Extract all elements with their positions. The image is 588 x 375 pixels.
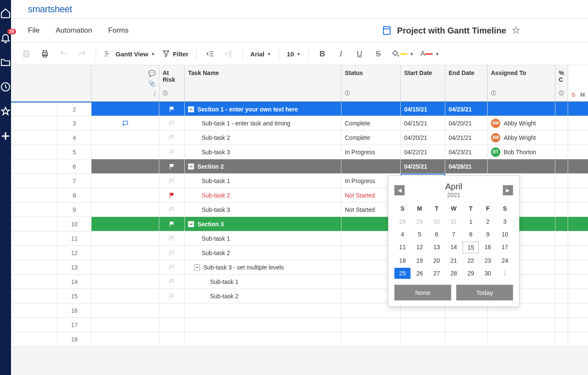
at-risk-cell[interactable] bbox=[159, 217, 185, 231]
row-number[interactable]: 15 bbox=[58, 289, 92, 303]
end-date-cell[interactable]: 04/20/21 bbox=[445, 116, 488, 131]
gantt-cell[interactable] bbox=[568, 203, 588, 217]
dp-day[interactable]: 25 bbox=[394, 268, 410, 279]
task-name-cell[interactable]: −Section 2 bbox=[185, 159, 341, 174]
assigned-cell[interactable] bbox=[488, 102, 555, 116]
menu-forms[interactable]: Forms bbox=[108, 26, 128, 35]
flag-icon[interactable] bbox=[169, 163, 175, 170]
dp-day[interactable]: 28 bbox=[394, 216, 410, 227]
dp-day[interactable]: 7 bbox=[446, 229, 462, 240]
at-risk-cell[interactable] bbox=[159, 332, 185, 347]
gantt-cell[interactable] bbox=[568, 116, 588, 131]
assigned-cell[interactable]: AWAbby Wright bbox=[488, 116, 555, 131]
at-risk-cell[interactable] bbox=[159, 275, 185, 289]
flag-icon[interactable] bbox=[169, 264, 175, 271]
status-cell[interactable]: Complete bbox=[341, 116, 401, 131]
col-end-date[interactable]: End Date bbox=[445, 65, 488, 102]
dp-day[interactable]: 27 bbox=[429, 268, 445, 279]
gantt-cell[interactable] bbox=[568, 131, 588, 145]
end-date-cell[interactable]: 04/28/21 bbox=[445, 159, 488, 174]
task-name-cell[interactable]: Sub-task 1 bbox=[185, 275, 341, 289]
dp-day[interactable]: 12 bbox=[411, 242, 427, 253]
flag-icon[interactable] bbox=[169, 278, 175, 285]
col-status[interactable]: Statusⓘ bbox=[341, 65, 401, 102]
dp-day[interactable]: 3 bbox=[497, 216, 513, 227]
task-name-cell[interactable]: Sub-task 1 bbox=[185, 231, 341, 246]
at-risk-cell[interactable] bbox=[159, 318, 185, 332]
datepicker-none-button[interactable]: None bbox=[394, 285, 451, 300]
row-number[interactable]: 18 bbox=[58, 332, 92, 347]
row-number[interactable]: 2 bbox=[58, 102, 92, 116]
pct-cell[interactable] bbox=[555, 275, 568, 289]
at-risk-cell[interactable] bbox=[159, 260, 185, 275]
flag-icon[interactable] bbox=[169, 221, 175, 228]
gantt-cell[interactable] bbox=[568, 275, 588, 289]
dp-day[interactable]: 19 bbox=[411, 255, 427, 266]
end-date-cell[interactable]: 04/23/21 bbox=[445, 102, 488, 116]
task-name-cell[interactable]: Sub-task 1 bbox=[185, 174, 341, 188]
task-name-cell[interactable]: Sub-task 2 bbox=[185, 289, 341, 303]
status-cell[interactable]: In Progress bbox=[341, 145, 401, 159]
dp-day[interactable]: 14 bbox=[446, 242, 462, 253]
gantt-cell[interactable] bbox=[568, 332, 588, 347]
pct-cell[interactable] bbox=[555, 188, 568, 203]
flag-icon[interactable] bbox=[169, 106, 175, 113]
gantt-cell[interactable] bbox=[568, 303, 588, 318]
task-name-cell[interactable]: −Section 1 - enter your own text here bbox=[185, 102, 341, 116]
dp-day[interactable]: 28 bbox=[446, 268, 462, 279]
strikethrough-button[interactable]: S bbox=[371, 46, 386, 61]
at-risk-cell[interactable] bbox=[159, 174, 185, 188]
dp-day[interactable]: 17 bbox=[497, 242, 513, 253]
start-date-cell[interactable]: 04/25/21 bbox=[401, 159, 445, 174]
task-name-cell[interactable]: −Section 3 bbox=[185, 217, 341, 231]
row-number[interactable]: 13 bbox=[58, 260, 92, 275]
add-icon[interactable] bbox=[0, 131, 11, 142]
status-cell[interactable] bbox=[341, 159, 401, 174]
dp-day[interactable]: 11 bbox=[394, 242, 410, 253]
at-risk-cell[interactable] bbox=[159, 145, 185, 159]
task-name-cell[interactable]: Sub-task 2 bbox=[185, 188, 341, 203]
gantt-cell[interactable] bbox=[568, 246, 588, 260]
print-button[interactable] bbox=[37, 46, 53, 61]
pct-cell[interactable] bbox=[555, 231, 568, 246]
start-date-cell[interactable] bbox=[401, 332, 445, 347]
collapse-icon[interactable]: − bbox=[188, 221, 194, 227]
row-number[interactable]: 4 bbox=[58, 131, 92, 145]
dp-day[interactable]: 5 bbox=[411, 229, 427, 240]
pct-cell[interactable] bbox=[555, 203, 568, 217]
italic-button[interactable]: I bbox=[333, 46, 349, 61]
start-date-cell[interactable]: 04/20/21 bbox=[401, 131, 445, 145]
underline-button[interactable]: U bbox=[352, 46, 367, 61]
end-date-cell[interactable]: 04/21/21 bbox=[445, 131, 488, 145]
dp-day[interactable]: 21 bbox=[446, 255, 462, 266]
task-name-cell[interactable]: Sub-task 2 bbox=[185, 246, 341, 260]
assigned-cell[interactable] bbox=[488, 332, 555, 347]
dp-day[interactable]: 1 bbox=[497, 268, 513, 279]
task-name-cell[interactable] bbox=[185, 318, 341, 332]
prev-month-button[interactable]: ◀ bbox=[394, 185, 405, 195]
gantt-cell[interactable] bbox=[568, 231, 588, 246]
col-at-risk[interactable]: At Riskⓘ bbox=[159, 65, 185, 102]
pct-cell[interactable] bbox=[555, 332, 568, 347]
at-risk-cell[interactable] bbox=[159, 289, 185, 303]
col-task-name[interactable]: Task Name bbox=[185, 65, 341, 102]
gantt-cell[interactable] bbox=[568, 188, 588, 203]
end-date-cell[interactable] bbox=[445, 318, 488, 332]
dp-day[interactable]: 2 bbox=[480, 216, 496, 227]
dp-day[interactable]: 20 bbox=[429, 255, 445, 266]
pct-cell[interactable] bbox=[555, 246, 568, 260]
dp-day[interactable]: 15 bbox=[463, 242, 479, 253]
at-risk-cell[interactable] bbox=[159, 116, 185, 131]
dp-day[interactable]: 8 bbox=[463, 229, 479, 240]
row-number[interactable]: 16 bbox=[58, 303, 92, 318]
dp-day[interactable]: 10 bbox=[497, 229, 513, 240]
end-date-cell[interactable]: 04/23/21 bbox=[445, 145, 488, 159]
col-assigned-to[interactable]: Assigned Toⓘ bbox=[488, 65, 555, 102]
at-risk-cell[interactable] bbox=[159, 246, 185, 260]
filter-button[interactable]: Filter bbox=[160, 46, 190, 61]
pct-cell[interactable] bbox=[555, 159, 568, 174]
font-size-select[interactable]: 10▼ bbox=[285, 46, 302, 61]
flag-icon[interactable] bbox=[169, 293, 175, 300]
gantt-cell[interactable] bbox=[568, 217, 588, 231]
pct-cell[interactable] bbox=[555, 303, 568, 318]
